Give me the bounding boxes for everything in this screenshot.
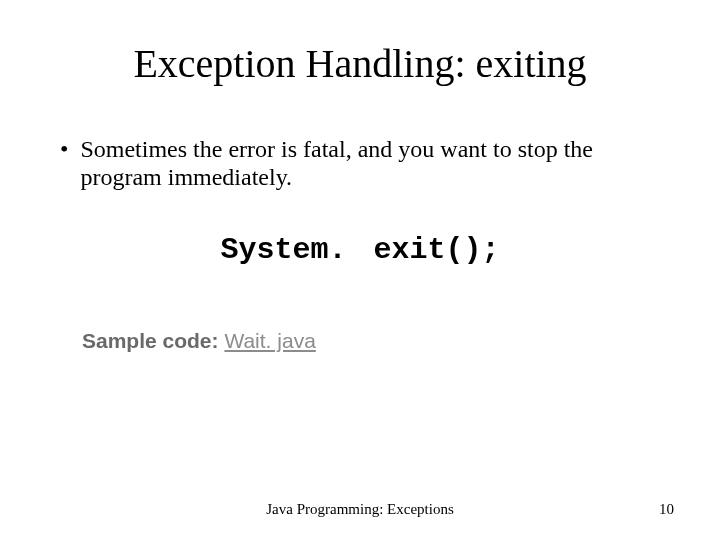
footer-text: Java Programming: Exceptions: [0, 501, 720, 518]
sample-code-line: Sample code: Wait. java: [82, 329, 670, 353]
bullet-text: Sometimes the error is fatal, and you wa…: [80, 135, 640, 191]
bullet-item: • Sometimes the error is fatal, and you …: [60, 135, 670, 191]
bullet-marker: •: [60, 135, 68, 163]
sample-code-label: Sample code:: [82, 329, 224, 352]
slide: Exception Handling: exiting • Sometimes …: [0, 0, 720, 540]
code-snippet: System. exit();: [50, 233, 670, 267]
sample-code-link[interactable]: Wait. java: [224, 329, 315, 352]
page-number: 10: [659, 501, 674, 518]
slide-title: Exception Handling: exiting: [50, 40, 670, 87]
